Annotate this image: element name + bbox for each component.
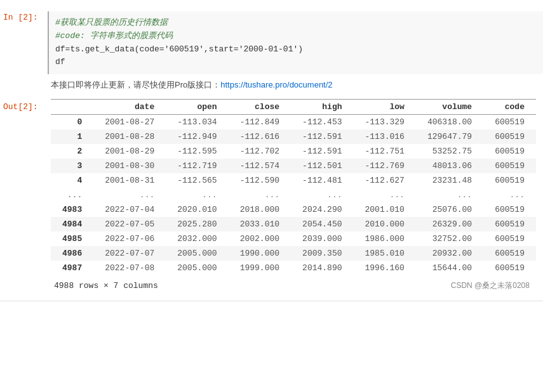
table-row: 02001-08-27-113.034-112.849-112.453-113.… <box>51 115 536 130</box>
cell: 2024.290 <box>291 202 353 217</box>
cell: 600519 <box>483 246 536 261</box>
cell: 2014.890 <box>291 261 353 275</box>
cell: 23231.48 <box>416 173 483 188</box>
col-header-index <box>51 100 93 115</box>
warning-text: 本接口即将停止更新，请尽快使用Pro版接口：https://tushare.pr… <box>48 79 543 91</box>
cell: -112.591 <box>291 129 353 144</box>
cell: -112.590 <box>229 173 291 188</box>
table-row: 42001-08-31-112.565-112.590-112.481-112.… <box>51 173 536 188</box>
cell: 2025.280 <box>166 217 228 232</box>
cell: 2005.000 <box>166 246 228 261</box>
cell: -112.565 <box>166 173 228 188</box>
cell: 48013.06 <box>416 159 483 173</box>
cell: -112.453 <box>291 115 353 130</box>
cell: 600519 <box>483 261 536 275</box>
col-header-close: close <box>229 100 291 115</box>
cell: 15644.00 <box>416 261 483 275</box>
cell: 2022-07-06 <box>93 232 166 246</box>
cell: -112.719 <box>166 159 228 173</box>
cell: 1990.000 <box>229 246 291 261</box>
cell: 26329.00 <box>416 217 483 232</box>
cell: 129647.79 <box>416 129 483 144</box>
col-header-code: code <box>483 100 536 115</box>
cell: -112.627 <box>354 173 416 188</box>
cell: -113.016 <box>354 129 416 144</box>
cell: -112.574 <box>229 159 291 173</box>
cell: 2001-08-30 <box>93 159 166 173</box>
cell: 2002.000 <box>229 232 291 246</box>
table-footer: 4988 rows × 7 columns CSDN @桑之未落0208 <box>51 275 536 294</box>
cell: -112.501 <box>291 159 353 173</box>
cell: 600519 <box>483 144 536 159</box>
cell: 600519 <box>483 202 536 217</box>
code-comment-2: #code: 字符串形式的股票代码 <box>55 31 173 41</box>
row-count: 4988 rows × 7 columns <box>54 281 158 291</box>
cell: -113.329 <box>354 115 416 130</box>
row-index: 4984 <box>51 217 93 232</box>
cell: 2020.010 <box>166 202 228 217</box>
col-header-low: low <box>354 100 416 115</box>
cell: 2018.000 <box>229 202 291 217</box>
row-index: 1 <box>51 129 93 144</box>
row-index: 4 <box>51 173 93 188</box>
table-row: 49862022-07-072005.0001990.0002009.35019… <box>51 246 536 261</box>
cell: 2022-07-05 <box>93 217 166 232</box>
col-header-high: high <box>291 100 353 115</box>
cell: -112.769 <box>354 159 416 173</box>
warning-link[interactable]: https://tushare.pro/document/2 <box>220 80 332 89</box>
col-header-date: date <box>93 100 166 115</box>
cell: -112.751 <box>354 144 416 159</box>
table-body: 02001-08-27-113.034-112.849-112.453-113.… <box>51 115 536 276</box>
row-index: 3 <box>51 159 93 173</box>
cell: -112.481 <box>291 173 353 188</box>
cell: 2001.010 <box>354 202 416 217</box>
cell: 2022-07-04 <box>93 202 166 217</box>
cell: -112.949 <box>166 129 228 144</box>
cell: 600519 <box>483 217 536 232</box>
cell: 2054.450 <box>291 217 353 232</box>
cell: 600519 <box>483 129 536 144</box>
table-header-row: date open close high low volume code <box>51 100 536 115</box>
cell: 1999.000 <box>229 261 291 275</box>
cell: 2001-08-29 <box>93 144 166 159</box>
cell: -112.849 <box>229 115 291 130</box>
cell: 600519 <box>483 232 536 246</box>
code-line-4: df <box>55 57 65 67</box>
cell: 2010.000 <box>354 217 416 232</box>
cell: 2009.350 <box>291 246 353 261</box>
row-index: 4985 <box>51 232 93 246</box>
cell: -112.591 <box>291 144 353 159</box>
col-header-volume: volume <box>416 100 483 115</box>
cell: 2033.010 <box>229 217 291 232</box>
code-comment-1: #获取某只股票的历史行情数据 <box>55 18 168 27</box>
cell: 32752.00 <box>416 232 483 246</box>
cell: 2022-07-07 <box>93 246 166 261</box>
cell: 1986.000 <box>354 232 416 246</box>
cell: -113.034 <box>166 115 228 130</box>
row-index: 4983 <box>51 202 93 217</box>
cell: 600519 <box>483 173 536 188</box>
cell: 1985.010 <box>354 246 416 261</box>
cell: 2001-08-31 <box>93 173 166 188</box>
output-label: Out[2]: <box>0 99 44 112</box>
code-line-3: df=ts.get_k_data(code='600519',start='20… <box>55 44 303 54</box>
table-row: 12001-08-28-112.949-112.616-112.591-113.… <box>51 129 536 144</box>
watermark: CSDN @桑之未落0208 <box>451 280 530 291</box>
cell: 2039.000 <box>291 232 353 246</box>
cell: 2022-07-08 <box>93 261 166 275</box>
row-index: 4986 <box>51 246 93 261</box>
cell: 2005.000 <box>166 261 228 275</box>
cell: 25076.00 <box>416 202 483 217</box>
cell: 1996.160 <box>354 261 416 275</box>
data-table: date open close high low volume code 020… <box>51 99 536 275</box>
cell: 600519 <box>483 159 536 173</box>
row-index: 4987 <box>51 261 93 275</box>
col-header-open: open <box>166 100 228 115</box>
code-block: #获取某只股票的历史行情数据 #code: 字符串形式的股票代码 df=ts.g… <box>48 11 543 74</box>
table-row: 49832022-07-042020.0102018.0002024.29020… <box>51 202 536 217</box>
cell: 2001-08-27 <box>93 115 166 130</box>
input-label: In [2]: <box>0 11 44 22</box>
cell: -112.595 <box>166 144 228 159</box>
table-row: 32001-08-30-112.719-112.574-112.501-112.… <box>51 159 536 173</box>
cell: 2001-08-28 <box>93 129 166 144</box>
